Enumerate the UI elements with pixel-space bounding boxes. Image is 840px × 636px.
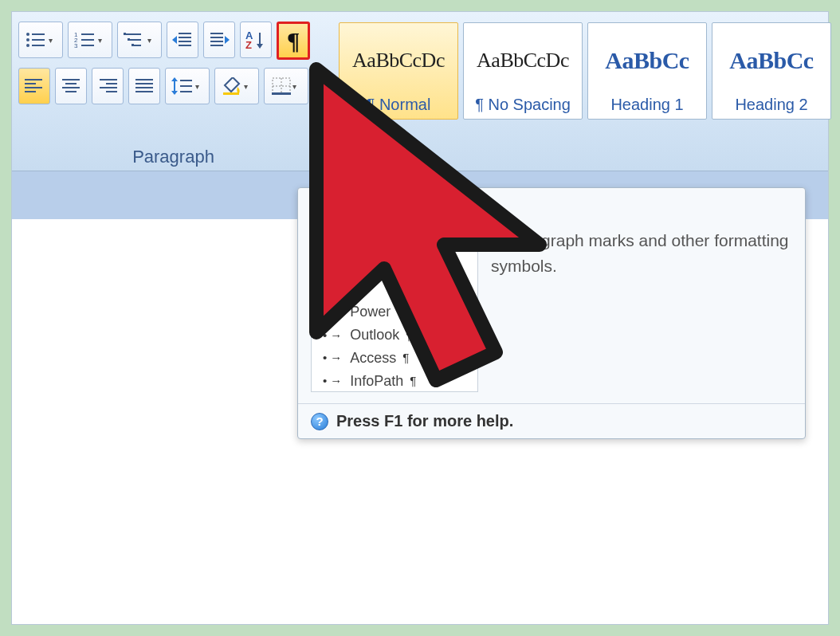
- paint-bucket-icon: [222, 77, 242, 95]
- svg-rect-52: [180, 85, 192, 87]
- increase-indent-button[interactable]: [203, 22, 235, 58]
- svg-text:3: 3: [74, 42, 78, 49]
- svg-rect-41: [106, 83, 117, 84]
- justify-icon: [135, 78, 154, 94]
- shading-button[interactable]: ▾: [214, 68, 259, 104]
- numbering-button[interactable]: 1 2 3 ▾: [68, 22, 112, 58]
- sort-icon: A Z: [245, 30, 266, 49]
- paragraph-row-2: ▾ ▾ ▾: [12, 65, 335, 109]
- decrease-indent-icon: [172, 31, 193, 49]
- style-tile-heading-1[interactable]: AaBbCc Heading 1: [587, 22, 707, 120]
- svg-rect-3: [32, 39, 45, 41]
- align-left-button[interactable]: [18, 68, 50, 104]
- align-left-icon: [25, 78, 44, 94]
- svg-rect-39: [65, 91, 77, 92]
- svg-rect-32: [25, 79, 42, 80]
- style-preview: AaBbCc: [605, 28, 689, 92]
- multilevel-list-button[interactable]: ▾: [117, 22, 162, 58]
- list-item: Outlook: [323, 324, 469, 347]
- app-frame: ▾ 1 2 3 ▾: [11, 11, 829, 625]
- svg-rect-12: [125, 33, 141, 35]
- style-name: Heading 1: [610, 96, 683, 114]
- svg-rect-35: [25, 91, 36, 92]
- multilevel-icon: [124, 31, 146, 49]
- svg-text:Z: Z: [245, 39, 252, 49]
- svg-rect-43: [106, 91, 117, 92]
- svg-rect-16: [128, 38, 130, 41]
- svg-rect-40: [100, 79, 117, 80]
- paragraph-group-label: Paragraph: [12, 147, 335, 167]
- style-name: ¶ Normal: [367, 96, 431, 114]
- chevron-down-icon: ▾: [292, 82, 300, 91]
- align-right-icon: [98, 78, 117, 94]
- ribbon: ▾ 1 2 3 ▾: [12, 12, 828, 171]
- list-item: Access: [323, 347, 469, 370]
- list-item: [323, 262, 469, 281]
- style-preview: AaBbCcDc: [352, 28, 445, 92]
- style-name: Heading 2: [735, 96, 807, 114]
- borders-icon: [272, 77, 291, 95]
- svg-rect-13: [129, 39, 141, 41]
- align-center-icon: [61, 78, 80, 94]
- numbering-icon: 1 2 3: [74, 31, 96, 49]
- svg-rect-15: [124, 33, 126, 35]
- style-tile-no-spacing[interactable]: AaBbCcDc ¶ No Spacing: [463, 22, 583, 120]
- show-hide-formatting-button[interactable]: ¶: [277, 22, 310, 60]
- svg-marker-22: [172, 36, 177, 44]
- svg-rect-1: [32, 33, 45, 35]
- bullets-button[interactable]: ▾: [18, 22, 63, 58]
- svg-rect-38: [62, 87, 80, 88]
- svg-rect-45: [135, 83, 153, 84]
- decrease-indent-button[interactable]: [167, 22, 198, 58]
- svg-rect-59: [272, 92, 291, 95]
- list-item: [323, 281, 469, 300]
- svg-rect-53: [180, 91, 192, 92]
- svg-rect-19: [179, 37, 191, 38]
- svg-marker-27: [225, 36, 230, 44]
- justify-button[interactable]: [128, 68, 160, 104]
- svg-rect-36: [62, 79, 80, 80]
- sort-button[interactable]: A Z: [240, 22, 272, 58]
- chevron-down-icon: ▾: [244, 82, 252, 91]
- align-right-button[interactable]: [92, 68, 124, 104]
- paragraph-row-1: ▾ 1 2 3 ▾: [12, 12, 335, 65]
- svg-rect-25: [210, 41, 223, 42]
- svg-rect-44: [135, 79, 153, 80]
- chevron-down-icon: ▾: [49, 36, 57, 45]
- line-spacing-icon: [171, 77, 194, 95]
- tooltip-footer: ? Press F1 for more help.: [298, 403, 805, 438]
- style-preview: AaBbCc: [729, 28, 813, 92]
- svg-rect-7: [81, 33, 94, 35]
- paragraph-group: ▾ 1 2 3 ▾: [12, 12, 335, 171]
- style-preview: AaBbCcDc: [477, 28, 569, 92]
- tooltip-thumb-title: M: [323, 234, 469, 257]
- svg-rect-20: [179, 41, 191, 42]
- tooltip: Sh M Power Outlook Access InfoPath w par…: [297, 187, 806, 439]
- svg-rect-47: [135, 91, 153, 92]
- svg-rect-24: [210, 37, 223, 38]
- svg-rect-51: [180, 80, 192, 81]
- style-tile-normal[interactable]: AaBbCcDc ¶ Normal: [339, 22, 458, 120]
- svg-marker-31: [257, 44, 263, 49]
- borders-button[interactable]: ▾: [264, 68, 308, 104]
- tooltip-description: w paragraph marks and other formatting s…: [491, 225, 792, 392]
- increase-indent-icon: [209, 31, 230, 49]
- tooltip-thumbnail: M Power Outlook Access InfoPath: [311, 225, 478, 392]
- chevron-down-icon: ▾: [195, 82, 203, 91]
- styles-gallery[interactable]: AaBbCcDc ¶ Normal AaBbCcDc ¶ No Spacing …: [339, 22, 831, 120]
- align-center-button[interactable]: [55, 68, 87, 104]
- svg-rect-26: [210, 45, 223, 46]
- svg-rect-21: [179, 45, 191, 46]
- help-icon: ?: [311, 413, 328, 430]
- tooltip-title: Sh: [311, 198, 333, 218]
- svg-rect-37: [65, 83, 77, 84]
- line-spacing-button[interactable]: ▾: [165, 68, 210, 104]
- list-item: Power: [323, 300, 469, 324]
- svg-rect-5: [32, 45, 45, 46]
- style-name: ¶ No Spacing: [475, 96, 571, 114]
- svg-rect-14: [133, 45, 141, 46]
- svg-rect-34: [25, 87, 42, 88]
- svg-rect-11: [81, 45, 94, 46]
- style-tile-heading-2[interactable]: AaBbCc Heading 2: [712, 22, 831, 120]
- pilcrow-icon: ¶: [287, 27, 300, 54]
